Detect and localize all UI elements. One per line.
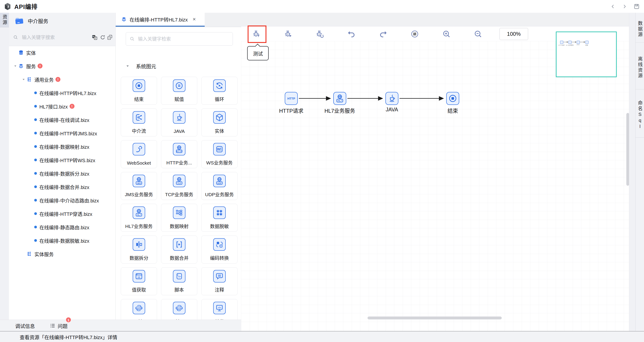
palette-item-label: 循环 bbox=[202, 96, 237, 102]
palette-item-tile bbox=[213, 238, 226, 251]
palette-item[interactable]: JAVA bbox=[161, 108, 197, 136]
tree-item[interactable]: 在线编排-静态路由.bizx bbox=[9, 220, 116, 234]
tree-item[interactable]: 服务! bbox=[9, 59, 116, 73]
tree-item[interactable]: 在线编排-在线调试.bizx bbox=[9, 113, 116, 126]
palette-item[interactable]: 实体 bbox=[201, 108, 238, 136]
tree-item[interactable]: 在线编排-数据合并.bizx bbox=[9, 180, 116, 194]
script-icon: </> bbox=[175, 272, 184, 281]
nav-back-icon[interactable] bbox=[610, 4, 616, 10]
nav-forward-icon[interactable] bbox=[622, 4, 628, 10]
zoom-in-tool[interactable] bbox=[442, 29, 452, 39]
palette-item[interactable]: HTTPHTTP业务... bbox=[161, 140, 197, 168]
rail-tab-resources[interactable]: 资源 bbox=[0, 13, 9, 27]
svg-text:</>: </> bbox=[178, 276, 181, 278]
right-rail-tab-1[interactable]: 数据源 bbox=[636, 13, 644, 42]
bottom-tab-issues[interactable]: 问题1 bbox=[50, 320, 68, 331]
palette-item[interactable]: 赋值 bbox=[161, 77, 197, 105]
palette-item[interactable]: UDPUDP业务服务 bbox=[201, 172, 238, 200]
tree-item-label: 在线编排-静态路由.bizx bbox=[39, 224, 89, 230]
save-icon[interactable] bbox=[633, 3, 640, 10]
undo-tool[interactable] bbox=[346, 29, 356, 39]
palette-item-tile bbox=[213, 270, 226, 282]
sidebar-search-row: En文 bbox=[9, 30, 116, 44]
svg-text:UDP: UDP bbox=[217, 182, 222, 184]
tree-item[interactable]: 在线编排-HTTP转WS.bizx bbox=[9, 153, 116, 167]
palette-item[interactable]: 数据拆分 bbox=[121, 236, 157, 264]
ovalswap-icon: Json-XML bbox=[134, 304, 144, 312]
refresh-icon[interactable] bbox=[99, 34, 106, 41]
tree-item[interactable]: 通用业务! bbox=[9, 73, 116, 86]
right-rail-tab-2[interactable]: 离线资源 bbox=[636, 42, 644, 90]
tree-item[interactable]: 在线编排-HTTP转HL7.bizx bbox=[9, 86, 116, 100]
palette-item[interactable]: 结束 bbox=[121, 77, 157, 105]
status-bar: 查看资源「在线编排-HTTP转HL7.bizx」详情 bbox=[0, 331, 644, 342]
palette-item[interactable]: 数据映射 bbox=[161, 204, 197, 232]
flow-icon bbox=[26, 76, 32, 82]
minimap[interactable]: HTTP请求HL7业务服务JAVA结束 bbox=[556, 32, 617, 77]
tree-item[interactable]: 在线编排-HTTP转JMS.bizx bbox=[9, 126, 116, 140]
tree-item[interactable]: 在线编排-HTTP穿透.bizx bbox=[9, 207, 116, 220]
exchange-tool[interactable] bbox=[410, 29, 420, 39]
svg-text:JMS: JMS bbox=[137, 182, 141, 184]
tree-item[interactable]: 在线编排-数据拆分.bizx bbox=[9, 167, 116, 180]
vertical-scrollbar[interactable] bbox=[626, 113, 629, 186]
zoom-level[interactable]: 100% bbox=[500, 28, 528, 40]
palette-item[interactable]: JMSJMS业务服务 bbox=[121, 172, 157, 200]
file-dot-icon bbox=[34, 199, 37, 202]
palette-search-input[interactable] bbox=[138, 36, 219, 42]
flow-node-2[interactable]: HL7 bbox=[333, 92, 346, 105]
palette-item-tile: UDP bbox=[213, 175, 226, 187]
wdoc-icon: W bbox=[215, 145, 224, 154]
encode-icon bbox=[215, 240, 224, 249]
flow-node-3[interactable] bbox=[386, 92, 398, 105]
tree-item[interactable]: 实体 bbox=[9, 46, 116, 59]
palette-item-label: UDP业务服务 bbox=[202, 191, 237, 198]
flow-canvas[interactable]: 100% HTTPHTTP请求HL7HL7业务服务JAVA结束 测试 HTTP请… bbox=[241, 13, 629, 331]
palette-item[interactable]: TCPTCP业务服务 bbox=[161, 172, 197, 200]
caret-down-icon[interactable] bbox=[12, 65, 18, 68]
right-rail-tab-3[interactable]: 命名Sql bbox=[636, 90, 644, 138]
palette-item[interactable]: WebSocket bbox=[121, 140, 157, 168]
palette-item[interactable]: 循环 bbox=[201, 77, 238, 105]
palette-item[interactable]: 中介流 bbox=[121, 108, 157, 136]
palette-item-label: WebSocket bbox=[121, 160, 157, 166]
palette-section-header[interactable]: 系统图元 bbox=[126, 62, 156, 70]
tree-item[interactable]: 在线编排-中介动态路由.bizx bbox=[9, 194, 116, 207]
palette-item[interactable]: </>脚本 bbox=[161, 267, 197, 295]
palette-item[interactable]: (x)值获取 bbox=[121, 267, 157, 295]
run-tool[interactable] bbox=[284, 29, 293, 39]
palette-item-label: 结束 bbox=[121, 96, 157, 102]
translate-icon[interactable]: En文 bbox=[91, 34, 98, 41]
palette-item[interactable]: HL7HL7业务服务 bbox=[121, 204, 157, 232]
tree-item[interactable]: 在线编排-数据映射.bizx bbox=[9, 140, 116, 153]
undo-icon bbox=[347, 30, 356, 38]
minimap-node bbox=[568, 41, 572, 44]
palette-item-label: 数据合并 bbox=[161, 254, 197, 261]
tree-item[interactable]: 实体服务 bbox=[9, 247, 116, 260]
sidebar-search-input[interactable] bbox=[22, 34, 85, 40]
editor-tab[interactable]: 在线编排-HTTP转HL7.bizx × bbox=[116, 13, 205, 26]
palette-item[interactable]: 编码转换 bbox=[201, 236, 238, 264]
collapse-all-icon[interactable] bbox=[106, 34, 113, 41]
redo-tool[interactable] bbox=[378, 29, 388, 39]
tree-item[interactable]: HL7接口.bizx! bbox=[9, 100, 116, 113]
palette-item[interactable]: 数据脱敏 bbox=[201, 204, 238, 232]
close-icon[interactable]: × bbox=[192, 16, 196, 22]
caret-down-icon[interactable] bbox=[20, 78, 26, 81]
flow-node-4[interactable] bbox=[446, 92, 459, 105]
step-tool[interactable] bbox=[315, 29, 325, 39]
palette-item[interactable]: WWS业务服务 bbox=[201, 140, 238, 168]
assign-icon bbox=[175, 81, 184, 90]
mask-icon bbox=[215, 208, 224, 217]
palette-item-tile: XML-Json bbox=[173, 302, 186, 314]
palette-item[interactable]: 注释 bbox=[201, 267, 238, 295]
horizontal-scrollbar[interactable] bbox=[368, 316, 502, 320]
tree-item[interactable]: 在线编排-数据脱敏.bizx bbox=[9, 234, 116, 247]
zoom-out-tool[interactable] bbox=[473, 29, 483, 39]
flow-node-1[interactable]: HTTP bbox=[285, 92, 298, 105]
palette-item-label: WS业务服务 bbox=[202, 159, 237, 166]
palette-item[interactable]: 数据合并 bbox=[161, 236, 197, 264]
svg-text:W: W bbox=[217, 148, 220, 151]
canvas-grid[interactable]: HTTPHTTP请求HL7HL7业务服务JAVA结束 bbox=[241, 41, 629, 331]
bottom-tab-debug-info[interactable]: 调试信息 bbox=[15, 320, 35, 331]
